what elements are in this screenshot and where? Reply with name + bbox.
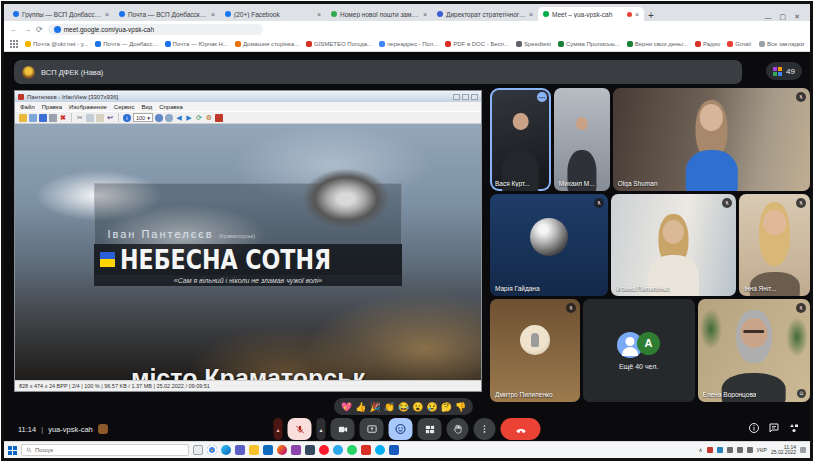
layout-button[interactable] — [418, 418, 442, 440]
refresh-icon[interactable]: ⟳ — [195, 114, 203, 122]
menu-view[interactable]: Вид — [141, 104, 152, 110]
reaction-heart[interactable]: 💖 — [341, 402, 352, 412]
viewer-titlebar[interactable]: Пантелєєв - IrfanView [3307x936] — [15, 91, 481, 102]
calculator-icon[interactable] — [305, 445, 315, 455]
task-view-icon[interactable] — [193, 445, 203, 455]
more-options-icon[interactable]: ⋯ — [537, 92, 547, 102]
mic-options-chevron[interactable]: ▴ — [274, 418, 283, 440]
present-button[interactable] — [360, 418, 384, 440]
menu-image[interactable]: Изображение — [69, 104, 107, 110]
bookmark-item[interactable]: переадрес - Пол... — [379, 41, 438, 47]
opera-icon[interactable] — [319, 445, 329, 455]
reaction-thumbs-up[interactable]: 👍 — [355, 402, 366, 412]
bookmark-item[interactable]: Почта — Юрчак Н... — [165, 41, 228, 47]
reaction-thinking[interactable]: 🤔 — [441, 402, 452, 412]
tab-close-icon[interactable]: × — [529, 11, 533, 18]
paint-icon[interactable] — [291, 445, 301, 455]
language-indicator[interactable]: УКР — [757, 447, 767, 453]
zoom-out-icon[interactable] — [165, 114, 173, 122]
forward-icon[interactable]: → — [23, 25, 31, 34]
viewer-close-icon[interactable] — [471, 94, 478, 100]
battery-icon[interactable] — [727, 447, 733, 453]
participant-tile[interactable]: Інна Яніт... — [739, 194, 810, 297]
outlook-icon[interactable] — [263, 445, 273, 455]
reaction-clap[interactable]: 👏 — [384, 402, 395, 412]
participant-tile[interactable]: ⧉ Елена Воронцова — [698, 299, 810, 402]
reload-icon[interactable]: ⟳ — [36, 25, 43, 34]
chat-icon[interactable] — [768, 422, 780, 434]
open-icon[interactable] — [19, 114, 27, 122]
tab-close-icon[interactable]: × — [317, 11, 321, 18]
start-button-icon[interactable] — [8, 446, 17, 455]
more-options-button[interactable] — [474, 418, 496, 440]
participant-tile[interactable]: Olga Shuman — [613, 88, 810, 191]
whatsapp-icon[interactable] — [347, 445, 357, 455]
zoom-level-select[interactable]: 100▾ — [133, 113, 153, 122]
participant-tile[interactable]: Михаил М... — [554, 88, 610, 191]
tab-mail-vsp[interactable]: Почта — ВСП Донбасский е × — [114, 7, 220, 21]
bookmark-item[interactable]: Gmail — [727, 41, 751, 47]
participant-tile[interactable]: Дмитро Пилипенко — [490, 299, 580, 402]
reaction-sad[interactable]: 😢 — [426, 402, 437, 412]
firefox-icon[interactable] — [277, 445, 287, 455]
bookmark-item[interactable]: Speedtest — [516, 41, 551, 47]
next-image-icon[interactable]: ▶ — [185, 114, 193, 122]
viewer-minimize-icon[interactable] — [453, 94, 460, 100]
tab-close-icon[interactable]: × — [635, 11, 639, 18]
reaction-party[interactable]: 🎉 — [369, 402, 380, 412]
file-explorer-icon[interactable] — [249, 445, 259, 455]
tab-nova-poshta[interactable]: Номер нової пошти замовит × — [326, 7, 432, 21]
reaction-thumbs-down[interactable]: 👎 — [455, 402, 466, 412]
copy-icon[interactable] — [86, 114, 94, 122]
delete-icon[interactable]: ✖ — [59, 114, 67, 122]
tray-app-icon[interactable] — [717, 447, 723, 453]
teams-icon[interactable] — [235, 445, 245, 455]
photos-icon[interactable] — [361, 445, 371, 455]
all-bookmarks-button[interactable]: Все закладки — [759, 41, 804, 47]
tab-groups[interactable]: Группы — ВСП Донбасский о × — [8, 7, 114, 21]
end-call-button[interactable] — [501, 418, 541, 440]
chrome-icon[interactable] — [207, 445, 217, 455]
overflow-participants-tile[interactable]: A Ещё 40 чел. — [583, 299, 695, 402]
bookmark-item[interactable]: Радио — [695, 41, 720, 47]
tab-close-icon[interactable]: × — [105, 11, 109, 18]
reaction-wow[interactable]: 😮 — [412, 402, 423, 412]
info-icon[interactable]: i — [123, 114, 131, 122]
bookmark-item[interactable]: Верни свои деньг... — [627, 41, 688, 47]
volume-icon[interactable] — [737, 447, 743, 453]
participant-tile[interactable]: Ирина Пилипенко — [611, 194, 736, 297]
maximize-icon[interactable]: ▢ — [780, 13, 787, 21]
bookmark-item[interactable]: PDF в DOC - Бесп... — [445, 41, 509, 47]
menu-edit[interactable]: Правка — [42, 104, 62, 110]
tab-close-icon[interactable]: × — [423, 11, 427, 18]
thumbnails-icon[interactable] — [29, 114, 37, 122]
back-icon[interactable]: ← — [10, 25, 18, 34]
paste-icon[interactable] — [96, 114, 104, 122]
raise-hand-button[interactable] — [447, 418, 469, 440]
camera-options-chevron[interactable]: ▴ — [317, 418, 326, 440]
word-icon[interactable] — [389, 445, 399, 455]
new-tab-button[interactable]: + — [648, 10, 654, 21]
cut-icon[interactable]: ✂ — [76, 114, 84, 122]
zoom-in-icon[interactable] — [155, 114, 163, 122]
bookmark-item[interactable]: Домашня сторінка... — [235, 41, 299, 47]
bookmark-item[interactable]: Сумма Прописью... — [558, 41, 620, 47]
prev-image-icon[interactable]: ◀ — [175, 114, 183, 122]
taskbar-search-input[interactable]: Пошук — [21, 444, 189, 456]
mic-muted-button[interactable] — [288, 418, 312, 440]
bookmark-item[interactable]: Почта @ukr.net - у... — [25, 41, 88, 47]
tray-app-icon[interactable] — [707, 447, 713, 453]
settings-icon[interactable]: ⚙ — [205, 114, 213, 122]
undo-icon[interactable]: ↩ — [106, 114, 114, 122]
network-icon[interactable] — [747, 447, 753, 453]
bookmark-item[interactable]: GISMETEO Погода... — [306, 41, 372, 47]
bookmark-item[interactable]: Почта — Донбасс... — [95, 41, 157, 47]
notifications-icon[interactable] — [800, 447, 806, 453]
taskbar-clock[interactable]: 11:14 25.02.2022 — [771, 445, 796, 456]
minimize-icon[interactable]: — — [765, 14, 772, 21]
tab-facebook[interactable]: (20+) Facebook × — [220, 7, 326, 21]
info-icon[interactable] — [748, 422, 760, 434]
exit-icon[interactable] — [215, 114, 223, 122]
tab-meet-active[interactable]: Meet – yua-vpsk-cah × — [538, 7, 644, 21]
tray-chevron-icon[interactable]: ∧ — [699, 447, 703, 453]
